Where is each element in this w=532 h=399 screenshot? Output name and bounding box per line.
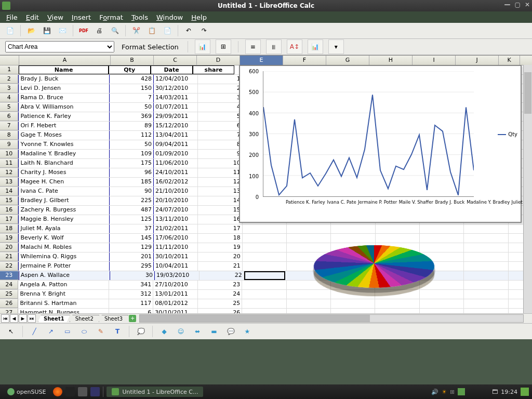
callout-tool[interactable]: 💭 [134, 325, 148, 338]
sheet-tab-2[interactable]: Sheet2 [70, 315, 99, 322]
ellipse-tool[interactable]: ⬭ [77, 325, 91, 338]
menu-insert[interactable]: Insert [69, 12, 94, 22]
legend-button[interactable]: 📊 [308, 39, 323, 54]
paste-button[interactable]: 📄 [161, 24, 174, 37]
titlebar: Untitled 1 - LibreOffice Calc — ▢ ✕ [0, 0, 532, 11]
app-icon-2[interactable] [90, 387, 100, 396]
hscroll-thumb[interactable] [140, 315, 370, 322]
chart-data-button[interactable]: ⊞ [216, 39, 231, 54]
task-app-icon [112, 388, 119, 395]
line-chart-object[interactable]: 0100200300400500600 Qty Patience K. Farl… [239, 65, 522, 223]
save-button[interactable]: 💾 [40, 24, 54, 37]
volume-icon[interactable]: 🔊 [431, 389, 438, 395]
sheet-tab-1[interactable]: Sheet1 [38, 315, 70, 322]
tray-icon-3[interactable]: 🗔 [492, 389, 498, 395]
text-tool[interactable]: T [111, 325, 124, 338]
menu-window[interactable]: Window [153, 12, 186, 22]
chart-element-select[interactable]: Chart Area [5, 41, 114, 52]
tray-icon-2[interactable] [458, 388, 465, 395]
standard-toolbar: 📄 📂 💾 ✉️ PDF 🖨 🔍 ✂️ 📋 📄 ↶ ↷ [0, 23, 532, 39]
copy-button[interactable]: 📋 [145, 24, 158, 37]
start-menu[interactable]: openSUSE [3, 387, 50, 396]
taskbar: openSUSE Untitled 1 - LibreOffice C... 🔊… [0, 384, 532, 399]
menu-view[interactable]: View [44, 12, 66, 22]
arrow-tool[interactable]: ↗ [44, 325, 58, 338]
tab-nav-next[interactable]: ▶ [19, 314, 27, 323]
col-header-f[interactable]: F [283, 56, 326, 65]
vertical-scrollbar[interactable] [523, 65, 532, 313]
col-header-d[interactable]: D [197, 56, 240, 65]
column-headers: A B C D E F G H I J K [0, 56, 532, 65]
clock[interactable]: 19:24 [501, 389, 517, 395]
stars-tool[interactable]: ★ [241, 325, 254, 338]
menu-format[interactable]: Format [96, 12, 126, 22]
tab-nav-last[interactable]: ⏭ [28, 314, 36, 323]
tab-nav-first[interactable]: ⏮ [1, 314, 9, 323]
menu-file[interactable]: File [3, 12, 21, 22]
preview-button[interactable]: 🔍 [108, 24, 122, 37]
block-arrows-tool[interactable]: ⬌ [191, 325, 204, 338]
brightness-icon[interactable]: ☀ [442, 389, 447, 395]
col-header-e[interactable]: E [240, 56, 283, 65]
tab-nav-prev[interactable]: ◀ [10, 314, 18, 323]
print-button[interactable]: 🖨 [92, 24, 106, 37]
col-header-g[interactable]: G [326, 56, 369, 65]
chart-legend: Qty [498, 131, 517, 137]
grid-v-button[interactable]: ⫼ [266, 39, 282, 54]
grid-h-button[interactable]: ≡ [245, 39, 261, 54]
open-button[interactable]: 📂 [24, 24, 38, 37]
rect-tool[interactable]: ▭ [61, 325, 74, 338]
os-label: openSUSE [17, 389, 46, 395]
menu-help[interactable]: Help [188, 12, 210, 22]
terminal-icon[interactable] [65, 387, 75, 396]
taskbar-task[interactable]: Untitled 1 - LibreOffice C... [107, 387, 203, 397]
logout-icon[interactable] [521, 388, 529, 396]
close-button[interactable]: ✕ [525, 1, 530, 8]
menubar: File Edit View Insert Format Tools Windo… [0, 11, 532, 23]
col-header-b[interactable]: B [111, 56, 154, 65]
select-all-corner[interactable] [0, 56, 19, 65]
drawing-toolbar: ↖ ╱ ↗ ▭ ⬭ ✎ T 💭 ◆ ☺ ⬌ ▬ 💬 ★ [0, 323, 532, 339]
pie-chart-object[interactable] [281, 222, 468, 313]
format-selection-button[interactable]: Format Selection [119, 42, 181, 52]
app-icon [2, 2, 10, 10]
scroll-thumb[interactable] [524, 72, 531, 114]
col-header-j[interactable]: J [456, 56, 499, 65]
flowchart-tool[interactable]: ▬ [207, 325, 221, 338]
col-header-c[interactable]: C [154, 56, 197, 65]
pie-3d [304, 245, 444, 288]
horizontal-scrollbar[interactable] [139, 314, 524, 323]
callouts-tool[interactable]: 💬 [224, 325, 237, 338]
firefox-icon[interactable] [53, 387, 62, 396]
minimize-button[interactable]: — [504, 1, 511, 8]
files-icon[interactable] [78, 387, 87, 396]
col-header-a[interactable]: A [19, 56, 111, 65]
email-button[interactable]: ✉️ [56, 24, 69, 37]
redo-button[interactable]: ↷ [197, 24, 211, 37]
line-tool[interactable]: ╱ [28, 325, 41, 338]
basic-shapes-tool[interactable]: ◆ [157, 325, 171, 338]
undo-button[interactable]: ↶ [182, 24, 195, 37]
new-button[interactable]: 📄 [3, 24, 17, 37]
sheet-tab-3[interactable]: Sheet3 [99, 315, 128, 322]
chart-toolbar: Chart Area Format Selection 📊 ⊞ ≡ ⫼ A↕ 📊… [0, 39, 532, 55]
pointer-tool[interactable]: ↖ [4, 325, 18, 338]
add-sheet-button[interactable]: + [129, 315, 136, 322]
pdf-button[interactable]: PDF [77, 24, 90, 37]
menu-edit[interactable]: Edit [23, 12, 42, 22]
cut-button[interactable]: ✂️ [129, 24, 143, 37]
freeform-tool[interactable]: ✎ [94, 325, 108, 338]
x-axis-labels: Patience K. FarleyIvana C. PateJermaine … [263, 199, 474, 220]
chart-type-button[interactable]: 📊 [195, 39, 210, 54]
col-header-i[interactable]: I [413, 56, 456, 65]
worksheet[interactable]: A B C D E F G H I J K 1NameQtyDateshare2… [0, 55, 532, 313]
tray-icon-1[interactable]: ⊞ [450, 389, 455, 395]
symbol-shapes-tool[interactable]: ☺ [174, 325, 188, 338]
opensuse-icon [7, 388, 15, 395]
maximize-button[interactable]: ▢ [515, 1, 521, 8]
menu-tools[interactable]: Tools [128, 12, 151, 22]
col-header-h[interactable]: H [369, 56, 413, 65]
axes-button[interactable]: A↕ [287, 39, 302, 54]
chevron-down-icon[interactable]: ▾ [328, 39, 344, 54]
col-header-k[interactable]: K [499, 56, 520, 65]
